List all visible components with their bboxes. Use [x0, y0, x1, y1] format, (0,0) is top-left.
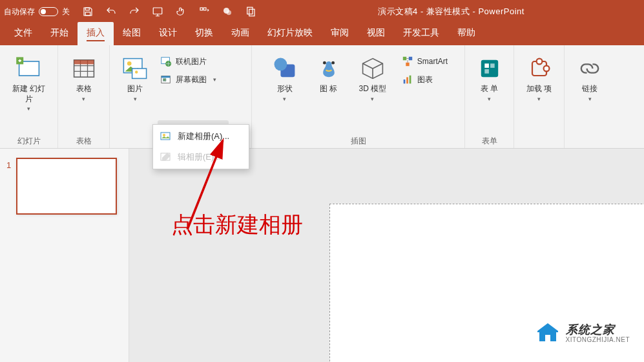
- chevron-down-icon: ▾: [82, 96, 85, 102]
- tab-animation[interactable]: 动画: [222, 22, 258, 45]
- annotation-text: 点击新建相册: [171, 210, 303, 240]
- group-illustrations-label: 插图: [351, 133, 366, 148]
- new-slide-icon: [15, 54, 43, 83]
- online-picture-icon: [160, 56, 172, 67]
- group-tables-label: 表格: [76, 133, 92, 148]
- autosave-label: 自动保存: [4, 6, 35, 17]
- tab-developer[interactable]: 开发工具: [394, 22, 448, 45]
- svg-point-43: [543, 66, 549, 72]
- svg-rect-46: [545, 335, 550, 341]
- shapes-icon: [271, 54, 299, 83]
- toggle-icon: [39, 7, 58, 16]
- tab-insert[interactable]: 插入: [78, 22, 114, 45]
- autosave-state: 关: [62, 6, 70, 17]
- form-button[interactable]: 表 单▾: [468, 52, 511, 105]
- table-icon: [70, 54, 98, 83]
- chart-button[interactable]: 图表: [399, 71, 453, 88]
- tab-review[interactable]: 审阅: [322, 22, 358, 45]
- svg-rect-38: [484, 63, 489, 68]
- svg-point-6: [227, 10, 232, 16]
- present-icon[interactable]: [146, 0, 169, 23]
- watermark: 系统之家 XITONGZHIJIA.NET: [535, 322, 630, 345]
- ribbon: 新建 幻灯片 ▾ 幻灯片 表格 ▾ 表格 图片 ▾: [0, 45, 644, 149]
- group-images: 图片 ▾ 联机图片 屏幕截图 ▾ 相册 ▾: [110, 45, 252, 148]
- svg-rect-36: [410, 76, 411, 84]
- svg-rect-0: [85, 8, 89, 10]
- chevron-down-icon: ▾: [371, 96, 374, 102]
- picture-label: 图片: [127, 84, 143, 94]
- redo-icon[interactable]: [123, 0, 146, 23]
- svg-rect-8: [249, 9, 254, 16]
- touch-icon[interactable]: [169, 0, 192, 23]
- svg-rect-15: [132, 69, 147, 78]
- new-slide-label: 新建 幻灯片: [9, 84, 49, 104]
- svg-point-14: [127, 61, 132, 66]
- undo-icon[interactable]: [99, 0, 123, 23]
- chevron-down-icon: ▾: [213, 76, 216, 83]
- icons-button[interactable]: 图 标: [307, 52, 350, 97]
- table-button[interactable]: 表格 ▾: [63, 52, 105, 105]
- tab-view[interactable]: 视图: [358, 22, 394, 45]
- slide-thumb-row[interactable]: 1: [6, 158, 122, 215]
- watermark-logo-icon: [535, 322, 561, 345]
- dropdown2-icon[interactable]: [216, 0, 239, 23]
- svg-rect-20: [161, 76, 170, 78]
- chevron-down-icon: ▾: [588, 96, 592, 102]
- smartart-button[interactable]: SmartArt: [399, 53, 453, 70]
- svg-rect-35: [406, 77, 408, 83]
- slide-thumbnail[interactable]: [16, 158, 117, 215]
- svg-rect-40: [484, 69, 489, 74]
- chart-icon: [402, 74, 413, 85]
- new-album-label: 新建相册(A)...: [178, 131, 229, 142]
- dropdown1-icon[interactable]: [192, 0, 216, 23]
- slide-thumbnail-panel[interactable]: 1: [0, 149, 129, 362]
- ribbon-tabs: 文件 开始 插入 绘图 设计 切换 动画 幻灯片放映 审阅 视图 开发工具 帮助: [0, 23, 644, 45]
- svg-rect-12: [74, 60, 94, 65]
- picture-button[interactable]: 图片 ▾: [114, 52, 156, 105]
- screenshot-button[interactable]: 屏幕截图 ▾: [158, 71, 247, 88]
- paste-icon[interactable]: [239, 0, 262, 23]
- svg-rect-21: [163, 79, 165, 81]
- tab-transition[interactable]: 切换: [186, 22, 222, 45]
- online-picture-label: 联机图片: [176, 56, 207, 67]
- chevron-down-icon: ▾: [488, 96, 491, 102]
- icons-icon: [315, 54, 343, 83]
- threed-button[interactable]: 3D 模型▾: [351, 52, 394, 105]
- addin-button[interactable]: 加载 项▾: [518, 52, 561, 105]
- album-dropdown: 新建相册(A)... 辑相册(E)...: [152, 124, 249, 169]
- tab-help[interactable]: 帮助: [448, 22, 484, 45]
- group-illustrations: 形状▾ 图 标 3D 模型▾ SmartArt 图表 插图: [252, 45, 465, 148]
- svg-point-16: [135, 70, 138, 73]
- chevron-down-icon: ▾: [27, 105, 30, 112]
- group-slides-label: 幻灯片: [17, 133, 41, 148]
- svg-rect-24: [161, 133, 170, 140]
- svg-rect-31: [403, 57, 406, 60]
- tab-design[interactable]: 设计: [150, 22, 186, 45]
- link-button[interactable]: 链接▾: [568, 52, 611, 105]
- shapes-button[interactable]: 形状▾: [264, 52, 306, 105]
- edit-album-item: 辑相册(E)...: [154, 147, 247, 167]
- group-slides: 新建 幻灯片 ▾ 幻灯片: [0, 45, 58, 148]
- svg-point-25: [163, 134, 165, 136]
- new-album-item[interactable]: 新建相册(A)...: [154, 126, 247, 147]
- svg-rect-4: [203, 8, 206, 10]
- svg-rect-37: [481, 60, 497, 77]
- svg-rect-3: [200, 8, 203, 10]
- tab-home[interactable]: 开始: [41, 22, 78, 45]
- tab-slideshow[interactable]: 幻灯片放映: [258, 22, 322, 45]
- save-icon[interactable]: [76, 0, 99, 23]
- online-picture-button[interactable]: 联机图片: [158, 53, 247, 70]
- new-slide-button[interactable]: 新建 幻灯片 ▾: [8, 52, 50, 114]
- title-bar: 自动保存 关 演示文稿4 - 兼容性模式 - PowerPoint: [0, 0, 644, 23]
- autosave-toggle[interactable]: 自动保存 关: [4, 6, 70, 17]
- svg-rect-2: [153, 8, 162, 14]
- tab-draw[interactable]: 绘图: [114, 22, 150, 45]
- edit-album-label: 辑相册(E)...: [178, 151, 221, 163]
- svg-point-42: [536, 59, 542, 65]
- svg-rect-32: [409, 57, 412, 60]
- addin-icon: [525, 54, 554, 83]
- link-icon: [576, 54, 604, 83]
- tab-file[interactable]: 文件: [5, 22, 41, 45]
- svg-rect-33: [406, 63, 409, 66]
- svg-rect-1: [85, 12, 90, 16]
